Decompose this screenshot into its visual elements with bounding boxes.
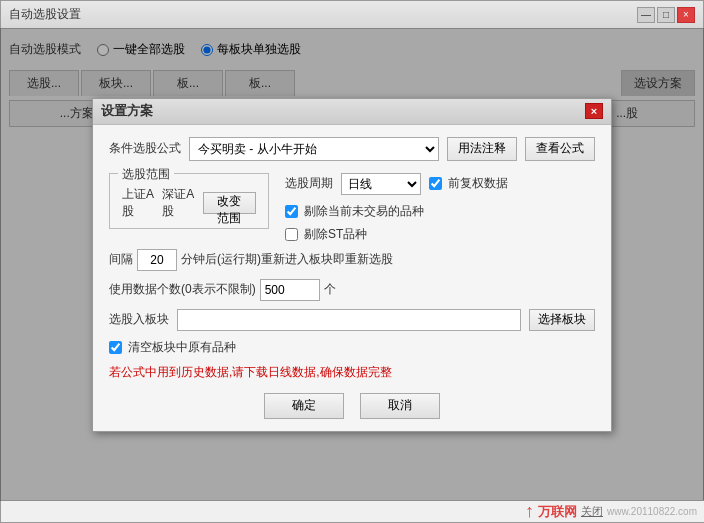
interval-suffix: 分钟后(运行期)重新进入板块即重新选股	[181, 251, 393, 268]
range-text-2: 深证A股	[162, 186, 194, 220]
maximize-button[interactable]: □	[657, 7, 675, 23]
choose-block-button[interactable]: 选择板块	[529, 309, 595, 331]
data-count-row: 使用数据个数(0表示不限制) 个	[109, 279, 595, 301]
clear-block-text: 清空板块中原有品种	[128, 339, 236, 356]
footer-row: 确定 取消	[109, 393, 595, 419]
range-group-title: 选股范围	[118, 166, 174, 183]
range-group: 选股范围 上证A股 深证A股 改变范围	[109, 173, 269, 229]
close-link[interactable]: 关闭	[581, 504, 603, 519]
warning-text: 若公式中用到历史数据,请下载日线数据,确保数据完整	[109, 364, 595, 381]
modal-title: 设置方案	[101, 102, 153, 120]
formula-label: 条件选股公式	[109, 140, 181, 157]
block-row: 选股入板块 选择板块	[109, 309, 595, 331]
formula-select[interactable]: 今买明卖 - 从小牛开始	[189, 137, 439, 161]
modal-titlebar: 设置方案 ×	[93, 99, 611, 125]
remove-st-label[interactable]: 剔除ST品种	[285, 226, 595, 243]
left-col: 选股范围 上证A股 深证A股 改变范围	[109, 173, 269, 249]
range-text-1: 上证A股	[122, 186, 154, 220]
watermark-brand: 万联网	[538, 503, 577, 521]
block-label: 选股入板块	[109, 311, 169, 328]
clear-block-label[interactable]: 清空板块中原有品种	[109, 339, 595, 356]
remove-no-trade-checkbox[interactable]	[285, 205, 298, 218]
remove-st-text: 剔除ST品种	[304, 226, 367, 243]
formula-row: 条件选股公式 今买明卖 - 从小牛开始 用法注释 查看公式	[109, 137, 595, 161]
pre-rights-label: 前复权数据	[448, 175, 508, 192]
right-col: 选股周期 日线 周线 月线 前复权数据	[285, 173, 595, 249]
remove-no-trade-label[interactable]: 剔除当前未交易的品种	[285, 203, 595, 220]
data-count-prefix: 使用数据个数(0表示不限制)	[109, 281, 256, 298]
period-row: 选股周期 日线 周线 月线 前复权数据	[285, 173, 595, 195]
interval-prefix: 间隔	[109, 251, 133, 268]
outer-window-title: 自动选股设置	[9, 6, 81, 23]
interval-input[interactable]	[137, 249, 177, 271]
change-range-button[interactable]: 改变范围	[203, 192, 256, 214]
modal-dialog: 设置方案 × 条件选股公式 今买明卖 - 从小牛开始 用法注释 查看公式 选股范…	[92, 98, 612, 432]
pre-rights-checkbox-label[interactable]: 前复权数据	[429, 175, 508, 192]
status-bar: ↑ 万联网 关闭 www.20110822.com	[1, 500, 704, 522]
data-count-suffix: 个	[324, 281, 336, 298]
data-count-input[interactable]	[260, 279, 320, 301]
watermark-url: www.20110822.com	[607, 506, 697, 517]
period-select[interactable]: 日线 周线 月线	[341, 173, 421, 195]
clear-block-checkbox[interactable]	[109, 341, 122, 354]
view-formula-button[interactable]: 查看公式	[525, 137, 595, 161]
two-col-layout: 选股范围 上证A股 深证A股 改变范围 选股周期 日线	[109, 173, 595, 249]
minimize-button[interactable]: —	[637, 7, 655, 23]
confirm-button[interactable]: 确定	[264, 393, 344, 419]
interval-row: 间隔 分钟后(运行期)重新进入板块即重新选股	[109, 249, 595, 271]
cancel-button[interactable]: 取消	[360, 393, 440, 419]
modal-body: 条件选股公式 今买明卖 - 从小牛开始 用法注释 查看公式 选股范围 上证A股 …	[93, 125, 611, 431]
pre-rights-checkbox[interactable]	[429, 177, 442, 190]
titlebar-controls: — □ ×	[637, 7, 695, 23]
outer-close-button[interactable]: ×	[677, 7, 695, 23]
outer-titlebar: 自动选股设置 — □ ×	[1, 1, 703, 29]
remove-st-checkbox[interactable]	[285, 228, 298, 241]
period-label: 选股周期	[285, 175, 333, 192]
block-input[interactable]	[177, 309, 521, 331]
usage-button[interactable]: 用法注释	[447, 137, 517, 161]
remove-no-trade-text: 剔除当前未交易的品种	[304, 203, 424, 220]
range-content: 上证A股 深证A股 改变范围	[122, 186, 256, 220]
modal-close-button[interactable]: ×	[585, 103, 603, 119]
modal-overlay: 设置方案 × 条件选股公式 今买明卖 - 从小牛开始 用法注释 查看公式 选股范…	[0, 28, 704, 501]
